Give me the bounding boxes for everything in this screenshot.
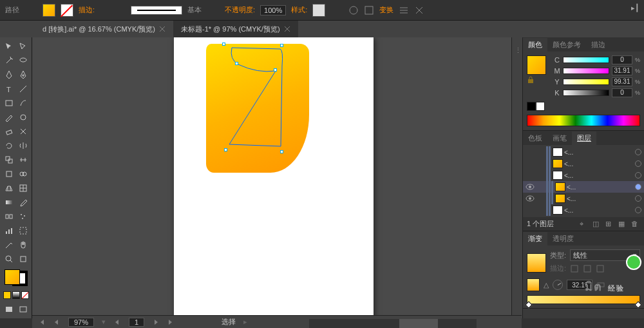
document-setup-icon[interactable] [348,5,359,15]
layer-row[interactable]: <... [523,204,644,216]
visibility-icon[interactable] [526,206,535,215]
m-value[interactable]: 31.91 [612,66,632,75]
last-icon[interactable] [167,318,175,326]
tab-document-1[interactable]: d [转换].ai* @ 16.67% (CMYK/预览) [35,21,173,37]
fill-color[interactable] [5,269,20,285]
gradient-stop[interactable] [525,301,532,308]
blob-brush-tool[interactable] [17,111,30,124]
pencil-tool[interactable] [3,111,15,124]
gradient-stop[interactable] [634,301,641,308]
gradient-ramp[interactable] [527,295,640,304]
artboard-nav[interactable]: 1 [129,318,144,327]
eraser-tool[interactable] [3,125,15,138]
tab-transparency[interactable]: 透明度 [547,232,579,246]
white-swatch[interactable] [536,102,545,111]
collapse-bar-icon[interactable]: ▸┃ [631,4,641,10]
visibility-icon[interactable] [526,148,535,157]
c-value[interactable]: 0 [612,55,632,64]
panel-dock[interactable]: ⋮ [511,37,523,318]
symbol-sprayer-tool[interactable] [17,210,30,223]
fill-swatch[interactable] [43,4,55,17]
canvas[interactable] [32,37,511,318]
print-tiling-tool[interactable] [17,253,30,265]
shape-builder-tool[interactable] [17,168,30,180]
anchor-point[interactable] [224,148,227,151]
make-clipping-mask-icon[interactable]: ◫ [592,220,601,229]
stroke-across-icon[interactable] [596,264,605,273]
gradient-stop-color[interactable] [527,278,540,291]
mesh-tool[interactable] [17,182,30,195]
locate-object-icon[interactable]: ⌖ [580,220,589,229]
spectrum-picker[interactable] [527,115,640,126]
type-tool[interactable]: T [3,82,15,95]
m-slider[interactable] [563,68,609,74]
horizontal-scrollbar[interactable] [309,319,477,328]
style-label[interactable]: 样式: [291,5,307,15]
zoom-level[interactable]: 97% [68,318,94,327]
prev-icon[interactable] [113,318,121,326]
opacity-label[interactable]: 不透明度: [225,5,255,15]
stroke-within-icon[interactable] [570,264,579,273]
anchor-point[interactable] [222,43,225,46]
target-icon[interactable] [635,149,641,155]
screen-mode-toggle[interactable] [17,303,30,316]
layer-thumbnail[interactable] [555,182,565,191]
arrange-icon[interactable] [414,5,424,15]
c-slider[interactable] [563,57,609,63]
width-tool[interactable] [17,153,30,166]
first-artboard-icon[interactable] [37,318,45,326]
paintbrush-tool[interactable] [17,97,30,110]
selected-path[interactable] [225,46,285,148]
lock-icon[interactable] [527,76,535,84]
close-icon[interactable] [284,26,290,32]
layer-row[interactable]: <... [523,193,644,204]
anchor-point[interactable] [280,44,283,47]
visibility-icon[interactable] [526,194,535,203]
layer-thumbnail[interactable] [553,148,563,157]
line-tool[interactable] [17,82,30,95]
layer-row[interactable]: <... [523,146,644,158]
anchor-point[interactable] [274,68,277,72]
blend-tool[interactable] [3,210,15,223]
gradient-tool[interactable] [3,196,15,209]
stroke-style-preview[interactable] [131,6,182,15]
layer-thumbnail[interactable] [553,159,563,168]
gradient-preview[interactable] [527,253,546,273]
angle-dial[interactable] [553,280,563,290]
tab-brushes[interactable]: 画笔 [547,131,572,145]
selection-tool[interactable] [3,40,15,53]
target-icon[interactable] [635,184,641,190]
layer-row[interactable]: <... [523,169,644,181]
pen-tool[interactable] [3,68,15,81]
y-slider[interactable] [563,79,609,85]
free-transform-tool[interactable] [3,168,15,180]
anchor-point[interactable] [280,150,283,153]
eyedropper-tool[interactable] [17,196,30,209]
prev-artboard-icon[interactable] [53,318,61,326]
black-swatch[interactable] [527,102,536,111]
direct-selection-tool[interactable] [17,40,30,53]
layer-row[interactable]: <... [523,181,644,193]
tab-stroke[interactable]: 描边 [586,38,611,52]
tab-gradient[interactable]: 渐变 [523,232,547,246]
screen-mode-normal[interactable] [3,303,15,316]
layer-thumbnail[interactable] [553,171,563,180]
lasso-tool[interactable] [17,54,30,67]
tab-color-guide[interactable]: 颜色参考 [547,38,586,52]
color-preview[interactable] [527,55,546,75]
column-graph-tool[interactable] [3,224,15,237]
target-icon[interactable] [635,172,641,178]
anchor-point[interactable] [235,62,238,65]
opacity-input[interactable] [260,5,286,15]
reflect-tool[interactable] [17,139,30,152]
delete-layer-icon[interactable]: 🗑 [631,220,640,229]
tab-layers[interactable]: 图层 [572,131,596,145]
color-mode-swatch[interactable] [3,291,11,299]
scissors-tool[interactable] [17,125,30,138]
visibility-icon[interactable] [526,182,535,191]
artboard-tool[interactable] [17,224,30,237]
help-badge[interactable] [626,255,641,270]
target-icon[interactable] [635,160,641,167]
rectangle-tool[interactable] [3,97,15,110]
slice-tool[interactable] [3,238,15,251]
